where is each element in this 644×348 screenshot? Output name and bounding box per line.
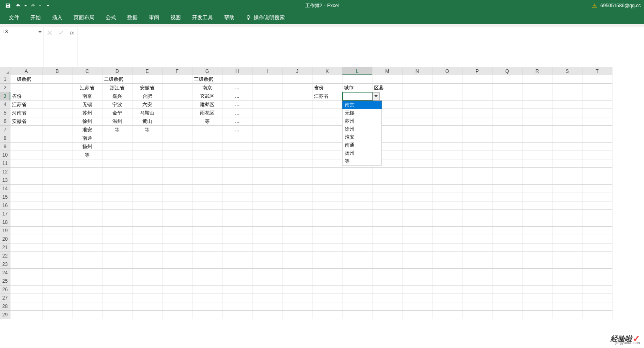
cell-D22[interactable] bbox=[102, 252, 132, 260]
cell-L1[interactable] bbox=[342, 75, 372, 84]
cell-L19[interactable] bbox=[342, 227, 372, 235]
cell-J12[interactable] bbox=[282, 168, 312, 176]
cell-G1[interactable]: 三级数据 bbox=[192, 75, 222, 84]
cell-N8[interactable] bbox=[402, 134, 432, 143]
cell-E1[interactable] bbox=[132, 75, 162, 84]
cell-D24[interactable] bbox=[102, 269, 132, 277]
cell-G25[interactable] bbox=[192, 277, 222, 286]
cell-N3[interactable] bbox=[402, 92, 432, 101]
cell-G3[interactable]: 玄武区 bbox=[192, 92, 222, 101]
cell-O19[interactable] bbox=[432, 227, 462, 235]
cell-S20[interactable] bbox=[552, 235, 582, 243]
cell-P5[interactable] bbox=[462, 109, 492, 117]
cell-T9[interactable] bbox=[582, 143, 612, 151]
cell-D7[interactable]: 等 bbox=[102, 126, 132, 134]
cell-N26[interactable] bbox=[402, 286, 432, 294]
cell-K21[interactable] bbox=[312, 243, 342, 252]
cell-R23[interactable] bbox=[522, 260, 552, 269]
cell-I13[interactable] bbox=[252, 176, 282, 185]
cell-N23[interactable] bbox=[402, 260, 432, 269]
cell-P12[interactable] bbox=[462, 168, 492, 176]
cell-H24[interactable] bbox=[222, 269, 252, 277]
cell-C14[interactable] bbox=[72, 185, 102, 193]
cell-L14[interactable] bbox=[342, 185, 372, 193]
cell-S13[interactable] bbox=[552, 176, 582, 185]
cell-L12[interactable] bbox=[342, 168, 372, 176]
cell-A22[interactable] bbox=[10, 252, 42, 260]
cell-Q16[interactable] bbox=[492, 201, 522, 210]
row-header-29[interactable]: 29 bbox=[0, 311, 10, 319]
cell-G15[interactable] bbox=[192, 193, 222, 201]
cell-N19[interactable] bbox=[402, 227, 432, 235]
cell-H19[interactable] bbox=[222, 227, 252, 235]
cell-S8[interactable] bbox=[552, 134, 582, 143]
cell-S14[interactable] bbox=[552, 185, 582, 193]
cell-O15[interactable] bbox=[432, 193, 462, 201]
cell-S3[interactable] bbox=[552, 92, 582, 101]
cell-H9[interactable] bbox=[222, 143, 252, 151]
cell-B23[interactable] bbox=[42, 260, 72, 269]
cell-O1[interactable] bbox=[432, 75, 462, 84]
cell-Q8[interactable] bbox=[492, 134, 522, 143]
cell-A14[interactable] bbox=[10, 185, 42, 193]
cell-J10[interactable] bbox=[282, 151, 312, 159]
cell-T17[interactable] bbox=[582, 210, 612, 218]
row-header-13[interactable]: 13 bbox=[0, 176, 10, 185]
cell-I1[interactable] bbox=[252, 75, 282, 84]
cell-P23[interactable] bbox=[462, 260, 492, 269]
cell-Q10[interactable] bbox=[492, 151, 522, 159]
cell-B2[interactable] bbox=[42, 84, 72, 92]
column-header-E[interactable]: E bbox=[132, 67, 162, 75]
cell-P13[interactable] bbox=[462, 176, 492, 185]
cell-H28[interactable] bbox=[222, 302, 252, 311]
cell-F24[interactable] bbox=[162, 269, 192, 277]
cell-D16[interactable] bbox=[102, 201, 132, 210]
tell-me-search[interactable]: 操作说明搜索 bbox=[240, 11, 290, 24]
cell-S10[interactable] bbox=[552, 151, 582, 159]
cell-I5[interactable] bbox=[252, 109, 282, 117]
cell-F13[interactable] bbox=[162, 176, 192, 185]
cell-Q1[interactable] bbox=[492, 75, 522, 84]
cell-S6[interactable] bbox=[552, 117, 582, 126]
dropdown-item[interactable]: 徐州 bbox=[342, 125, 382, 133]
cell-J13[interactable] bbox=[282, 176, 312, 185]
cell-E20[interactable] bbox=[132, 235, 162, 243]
cell-F12[interactable] bbox=[162, 168, 192, 176]
cell-A7[interactable] bbox=[10, 126, 42, 134]
column-header-J[interactable]: J bbox=[282, 67, 312, 75]
cell-E23[interactable] bbox=[132, 260, 162, 269]
cell-M29[interactable] bbox=[372, 311, 402, 319]
cell-L20[interactable] bbox=[342, 235, 372, 243]
cell-F21[interactable] bbox=[162, 243, 192, 252]
cell-P7[interactable] bbox=[462, 126, 492, 134]
row-header-20[interactable]: 20 bbox=[0, 235, 10, 243]
cell-F6[interactable] bbox=[162, 117, 192, 126]
cell-A28[interactable] bbox=[10, 302, 42, 311]
column-header-I[interactable]: I bbox=[252, 67, 282, 75]
cell-T27[interactable] bbox=[582, 294, 612, 302]
cell-I10[interactable] bbox=[252, 151, 282, 159]
cell-grid[interactable]: 一级数据二级数据三级数据江苏省浙江省安徽省南京…省份城市区县省份南京嘉兴合肥玄武… bbox=[10, 75, 612, 319]
cell-M18[interactable] bbox=[372, 218, 402, 227]
cell-S12[interactable] bbox=[552, 168, 582, 176]
cell-O22[interactable] bbox=[432, 252, 462, 260]
cell-L3[interactable] bbox=[342, 92, 372, 101]
cell-R9[interactable] bbox=[522, 143, 552, 151]
cell-B13[interactable] bbox=[42, 176, 72, 185]
tab-formulas[interactable]: 公式 bbox=[100, 11, 122, 24]
cell-A18[interactable] bbox=[10, 218, 42, 227]
cell-H23[interactable] bbox=[222, 260, 252, 269]
cell-C9[interactable]: 扬州 bbox=[72, 143, 102, 151]
cell-H10[interactable] bbox=[222, 151, 252, 159]
cell-L25[interactable] bbox=[342, 277, 372, 286]
cell-D13[interactable] bbox=[102, 176, 132, 185]
cell-E15[interactable] bbox=[132, 193, 162, 201]
row-header-5[interactable]: 5 bbox=[0, 109, 10, 117]
cell-O7[interactable] bbox=[432, 126, 462, 134]
column-header-H[interactable]: H bbox=[222, 67, 252, 75]
cell-F8[interactable] bbox=[162, 134, 192, 143]
cell-G19[interactable] bbox=[192, 227, 222, 235]
column-header-R[interactable]: R bbox=[522, 67, 552, 75]
cell-R13[interactable] bbox=[522, 176, 552, 185]
cell-S7[interactable] bbox=[552, 126, 582, 134]
